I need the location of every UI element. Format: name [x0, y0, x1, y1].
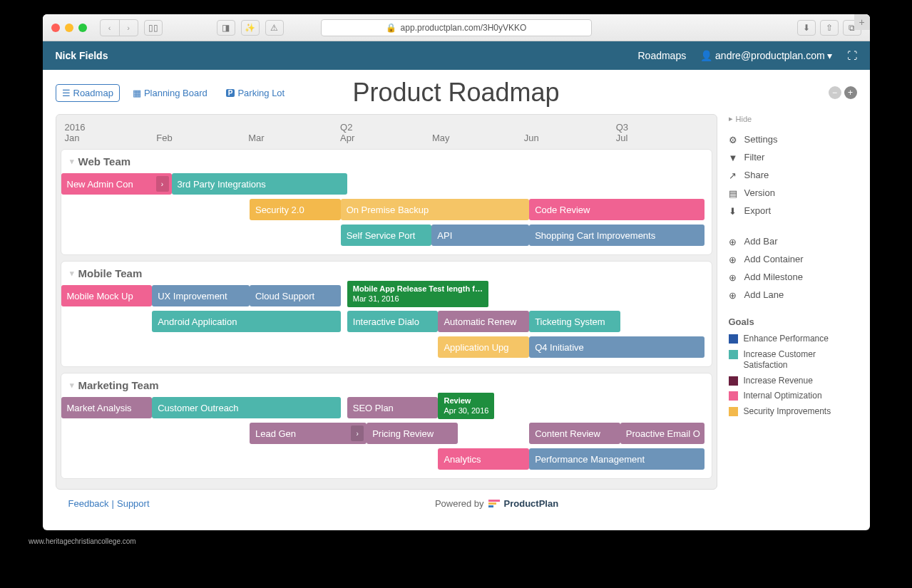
- goal-swatch: [729, 334, 738, 344]
- maximize-window-icon[interactable]: [78, 24, 87, 32]
- roadmap-bar[interactable]: Ticketing System: [529, 311, 620, 332]
- roadmap-bar[interactable]: Code Review: [529, 199, 705, 220]
- side-add-lane[interactable]: ⊕Add Lane: [729, 286, 857, 304]
- side-add-milestone[interactable]: ⊕Add Milestone: [729, 268, 857, 286]
- lock-icon: 🔒: [386, 23, 396, 33]
- share-icon[interactable]: ⇧: [820, 20, 839, 36]
- roadmap-bar[interactable]: UX Improvement: [152, 285, 250, 306]
- roadmap-bar[interactable]: Self Service Port: [341, 225, 432, 246]
- roadmap-bar[interactable]: Shopping Cart Improvements: [529, 225, 705, 246]
- timeline-month: Jun: [524, 133, 616, 143]
- lane-title[interactable]: ▾Marketing Team: [61, 373, 712, 397]
- roadmap-bar[interactable]: API: [431, 225, 529, 246]
- lane-group: ▾Marketing TeamReviewApr 30, 2016Market …: [61, 373, 712, 479]
- close-window-icon[interactable]: [51, 24, 60, 32]
- side-version[interactable]: ▤Version: [729, 184, 857, 202]
- side-share[interactable]: ↗Share: [729, 166, 857, 184]
- account-menu[interactable]: 👤 andre@productplan.com ▾: [700, 50, 832, 61]
- timeline-month: Jul: [616, 133, 708, 143]
- side-add-container[interactable]: ⊕Add Container: [729, 250, 857, 268]
- magic-icon[interactable]: ✨: [241, 20, 260, 36]
- board-icon: ▦: [133, 88, 141, 98]
- tab-parking-lot[interactable]: P Parking Lot: [220, 84, 290, 102]
- lane-row: New Admin Con›3rd Party Integrations: [61, 173, 712, 195]
- svg-rect-2: [488, 505, 493, 507]
- timeline-month: Mar: [248, 133, 340, 143]
- expand-bar-icon[interactable]: ›: [351, 425, 364, 441]
- plus-circle-icon: ⊕: [729, 237, 739, 247]
- timeline-month: Jan: [65, 133, 157, 143]
- top-sites-icon[interactable]: ◨: [217, 20, 235, 36]
- milestone-marker[interactable]: ReviewApr 30, 2016: [438, 393, 494, 419]
- hide-sidebar-button[interactable]: ▸ Hide: [729, 114, 857, 123]
- roadmap-bar[interactable]: Application Upg: [438, 336, 529, 358]
- roadmap-canvas: 2016Q2Q3 JanFebMarAprMayJunJul ▾Web Team…: [56, 114, 717, 490]
- roadmap-bar[interactable]: Security 2.0: [250, 199, 341, 220]
- roadmap-bar[interactable]: Content Review: [529, 423, 620, 444]
- timeline-header: 2016Q2Q3 JanFebMarAprMayJunJul: [61, 119, 712, 149]
- roadmap-bar[interactable]: Mobile Mock Up: [61, 285, 153, 306]
- milestone-marker[interactable]: Mobile App Release Test length f…Mar 31,…: [347, 281, 488, 307]
- new-tab-button[interactable]: +: [854, 14, 870, 30]
- roadmap-bar[interactable]: Performance Management: [529, 448, 705, 470]
- side-filter[interactable]: ▼Filter: [729, 148, 857, 166]
- roadmap-bar[interactable]: Customer Outreach: [152, 397, 340, 418]
- roadmap-bar[interactable]: SEO Plan: [347, 397, 439, 418]
- forward-button[interactable]: ›: [119, 20, 138, 36]
- roadmap-bar[interactable]: Market Analysis: [61, 397, 153, 418]
- roadmap-bar[interactable]: Pricing Review: [367, 423, 458, 444]
- side-settings[interactable]: ⚙Settings: [729, 130, 857, 148]
- roadmap-bar[interactable]: Interactive Dialo: [347, 311, 439, 332]
- nav-roadmaps[interactable]: Roadmaps: [637, 50, 686, 61]
- roadmap-bar[interactable]: New Admin Con›: [61, 173, 172, 195]
- export-icon: ⬇: [729, 206, 739, 216]
- roadmap-bar[interactable]: On Premise Backup: [341, 199, 529, 220]
- expand-bar-icon[interactable]: ›: [156, 176, 169, 192]
- footer: Feedback | Support Powered by ProductPla…: [56, 490, 857, 517]
- side-export[interactable]: ⬇Export: [729, 202, 857, 220]
- timeline-year: [156, 122, 248, 133]
- roadmap-bar[interactable]: Analytics: [438, 448, 529, 470]
- timeline-month: May: [432, 133, 524, 143]
- roadmap-bar[interactable]: Proactive Email O: [620, 423, 705, 444]
- goal-item[interactable]: Enhance Performance: [729, 331, 857, 347]
- zoom-in-button[interactable]: +: [844, 86, 857, 99]
- goal-item[interactable]: Increase Revenue: [729, 373, 857, 389]
- lane-row: AnalyticsPerformance Management: [61, 448, 712, 470]
- view-tabs: ☰ Roadmap ▦ Planning Board P Parking Lot: [56, 84, 291, 102]
- sidebar-toggle-icon[interactable]: ▯▯: [144, 20, 163, 36]
- back-button[interactable]: ‹: [101, 20, 119, 36]
- minimize-window-icon[interactable]: [65, 24, 73, 32]
- lane-title[interactable]: ▾Web Team: [61, 150, 712, 173]
- goal-item[interactable]: Increase Customer Satisfaction: [729, 347, 857, 373]
- roadmap-bar[interactable]: Cloud Support: [250, 285, 341, 306]
- goal-item[interactable]: Internal Optimization: [729, 388, 857, 404]
- tab-planning-board[interactable]: ▦ Planning Board: [127, 84, 213, 102]
- page-title: Product Roadmap: [352, 78, 559, 108]
- settings-icon: ⚙: [729, 135, 739, 145]
- timeline-year: [248, 122, 340, 133]
- lane-row: Application UpgQ4 Initiative: [61, 336, 712, 358]
- fullscreen-icon[interactable]: ⛶: [847, 50, 857, 61]
- goal-swatch: [729, 350, 738, 359]
- feedback-link[interactable]: Feedback: [68, 498, 109, 509]
- roadmap-bar[interactable]: 3rd Party Integrations: [172, 173, 347, 195]
- side-add-bar[interactable]: ⊕Add Bar: [729, 232, 857, 250]
- zoom-out-button[interactable]: −: [829, 86, 841, 99]
- address-bar[interactable]: 🔒 app.productplan.com/3H0yVKKO: [321, 19, 592, 36]
- support-link[interactable]: Support: [117, 498, 150, 509]
- download-icon[interactable]: ⬇: [797, 20, 816, 36]
- chevron-down-icon: ▾: [70, 381, 74, 390]
- lane-row: Market AnalysisCustomer OutreachSEO Plan: [61, 397, 712, 418]
- filter-icon: ▼: [729, 153, 739, 163]
- nav-back-fwd: ‹ ›: [100, 19, 138, 36]
- warning-icon[interactable]: ⚠: [265, 20, 284, 36]
- chevron-down-icon: ▾: [70, 157, 74, 166]
- roadmap-bar[interactable]: Q4 Initiative: [529, 336, 705, 358]
- roadmap-bar[interactable]: Lead Gen›: [250, 423, 367, 444]
- plus-circle-icon: ⊕: [729, 254, 739, 264]
- roadmap-bar[interactable]: Android Application: [152, 311, 340, 332]
- tab-roadmap[interactable]: ☰ Roadmap: [56, 84, 120, 102]
- roadmap-bar[interactable]: Automatic Renew: [438, 311, 529, 332]
- goal-item[interactable]: Security Improvements: [729, 404, 857, 420]
